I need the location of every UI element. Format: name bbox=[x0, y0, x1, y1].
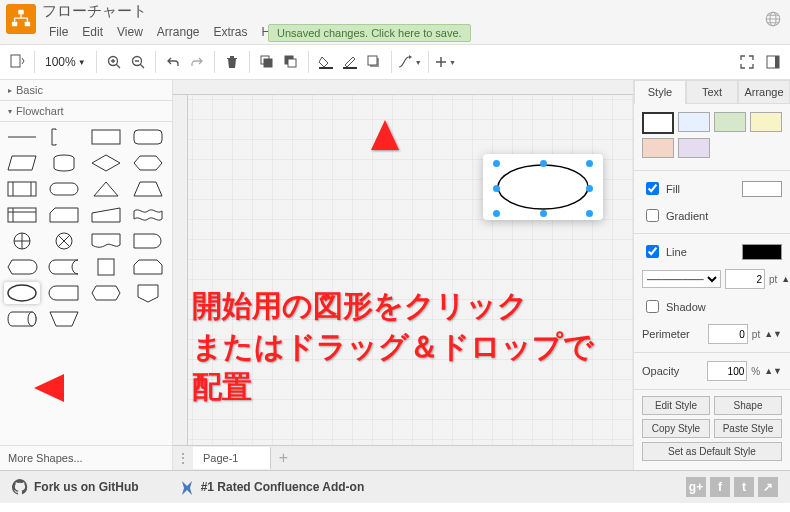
swatch[interactable] bbox=[678, 112, 710, 132]
zoom-value[interactable]: 100% bbox=[45, 55, 76, 69]
shape-ellipse[interactable] bbox=[4, 282, 40, 304]
fill-color[interactable] bbox=[742, 181, 782, 197]
resize-handle[interactable] bbox=[493, 160, 500, 167]
gradient-checkbox[interactable] bbox=[646, 209, 659, 222]
shadow-checkbox[interactable] bbox=[646, 300, 659, 313]
twitter-icon[interactable]: t bbox=[734, 477, 754, 497]
shape-loop-limit[interactable] bbox=[130, 256, 166, 278]
shape-manual-input[interactable] bbox=[88, 204, 124, 226]
app-logo[interactable] bbox=[6, 4, 36, 34]
resize-handle[interactable] bbox=[493, 185, 500, 192]
resize-handle[interactable] bbox=[586, 185, 593, 192]
shape-or[interactable] bbox=[4, 230, 40, 252]
github-link[interactable]: Fork us on GitHub bbox=[12, 479, 139, 495]
document-title[interactable]: フローチャート bbox=[42, 2, 293, 21]
tab-arrange[interactable]: Arrange bbox=[738, 80, 790, 104]
menu-view[interactable]: View bbox=[110, 23, 150, 41]
shape-rect[interactable] bbox=[88, 126, 124, 148]
share-icon[interactable]: ↗ bbox=[758, 477, 778, 497]
swatch[interactable] bbox=[714, 112, 746, 132]
shape-triangle[interactable] bbox=[88, 178, 124, 200]
shadow-button[interactable] bbox=[363, 50, 385, 74]
shape-display[interactable] bbox=[4, 256, 40, 278]
fill-checkbox[interactable] bbox=[646, 182, 659, 195]
delete-button[interactable] bbox=[221, 50, 243, 74]
resize-handle[interactable] bbox=[540, 210, 547, 217]
tab-style[interactable]: Style bbox=[634, 80, 686, 104]
shape-cylinder[interactable] bbox=[46, 152, 82, 174]
googleplus-icon[interactable]: g+ bbox=[686, 477, 706, 497]
resize-handle[interactable] bbox=[493, 210, 500, 217]
shape-square[interactable] bbox=[88, 256, 124, 278]
undo-button[interactable] bbox=[162, 50, 184, 74]
paste-style-button[interactable]: Paste Style bbox=[714, 419, 782, 438]
zoom-out-button[interactable] bbox=[127, 50, 149, 74]
swatch[interactable] bbox=[750, 112, 782, 132]
menu-edit[interactable]: Edit bbox=[75, 23, 110, 41]
add-page-button[interactable]: + bbox=[271, 449, 295, 467]
resize-handle[interactable] bbox=[540, 160, 547, 167]
shape-terminator[interactable] bbox=[46, 282, 82, 304]
to-back-button[interactable] bbox=[280, 50, 302, 74]
line-color[interactable] bbox=[742, 244, 782, 260]
edit-shape-button[interactable]: Shape bbox=[714, 396, 782, 415]
connection-button[interactable]: ▼ bbox=[398, 50, 422, 74]
format-panel-button[interactable] bbox=[762, 50, 784, 74]
confluence-link[interactable]: #1 Rated Confluence Add-on bbox=[179, 479, 365, 495]
default-style-button[interactable]: Set as Default Style bbox=[642, 442, 782, 461]
shape-sum[interactable] bbox=[46, 230, 82, 252]
redo-button[interactable] bbox=[186, 50, 208, 74]
opacity-input[interactable] bbox=[707, 361, 747, 381]
shape-preparation[interactable] bbox=[88, 282, 124, 304]
shape-offpage[interactable] bbox=[130, 282, 166, 304]
shape-parallelogram[interactable] bbox=[4, 152, 40, 174]
palette-flowchart[interactable]: ▾Flowchart bbox=[0, 101, 172, 122]
zoom-dropdown-icon[interactable]: ▼ bbox=[78, 58, 86, 67]
shape-trapezoid[interactable] bbox=[130, 178, 166, 200]
menu-arrange[interactable]: Arrange bbox=[150, 23, 207, 41]
swatch[interactable] bbox=[642, 112, 674, 134]
shape-capsule[interactable] bbox=[46, 178, 82, 200]
fill-color-button[interactable] bbox=[315, 50, 337, 74]
add-button[interactable]: ▼ bbox=[435, 50, 457, 74]
shape-internal-storage[interactable] bbox=[4, 204, 40, 226]
shape-delay[interactable] bbox=[130, 230, 166, 252]
line-color-button[interactable] bbox=[339, 50, 361, 74]
zoom-in-button[interactable] bbox=[103, 50, 125, 74]
perimeter-input[interactable] bbox=[708, 324, 748, 344]
shape-direct-data[interactable] bbox=[4, 308, 40, 330]
line-width-input[interactable] bbox=[725, 269, 765, 289]
page-list-icon[interactable]: ⋮ bbox=[173, 451, 193, 465]
page-tab[interactable]: Page-1 bbox=[193, 447, 271, 469]
fullscreen-button[interactable] bbox=[736, 50, 758, 74]
palette-basic[interactable]: ▸Basic bbox=[0, 80, 172, 101]
shape-roundrect[interactable] bbox=[130, 126, 166, 148]
shape-line[interactable] bbox=[4, 126, 40, 148]
canvas[interactable]: ⋮ Page-1 + bbox=[173, 80, 633, 470]
edit-style-button[interactable]: Edit Style bbox=[642, 396, 710, 415]
menu-extras[interactable]: Extras bbox=[207, 23, 255, 41]
save-message[interactable]: Unsaved changes. Click here to save. bbox=[268, 24, 471, 42]
line-style-select[interactable]: ──────── bbox=[642, 270, 721, 288]
swatch[interactable] bbox=[642, 138, 674, 158]
line-checkbox[interactable] bbox=[646, 245, 659, 258]
language-icon[interactable] bbox=[764, 10, 782, 28]
page-setup-button[interactable] bbox=[6, 50, 28, 74]
shape-card[interactable] bbox=[46, 204, 82, 226]
facebook-icon[interactable]: f bbox=[710, 477, 730, 497]
more-shapes-button[interactable]: More Shapes... bbox=[0, 445, 172, 470]
resize-handle[interactable] bbox=[586, 160, 593, 167]
shape-tape[interactable] bbox=[130, 204, 166, 226]
swatch[interactable] bbox=[678, 138, 710, 158]
shape-stored-data[interactable] bbox=[46, 256, 82, 278]
tab-text[interactable]: Text bbox=[686, 80, 738, 104]
to-front-button[interactable] bbox=[256, 50, 278, 74]
shape-manual-op[interactable] bbox=[46, 308, 82, 330]
shape-document[interactable] bbox=[88, 230, 124, 252]
shape-subprocess[interactable] bbox=[4, 178, 40, 200]
shape-diamond[interactable] bbox=[88, 152, 124, 174]
resize-handle[interactable] bbox=[586, 210, 593, 217]
copy-style-button[interactable]: Copy Style bbox=[642, 419, 710, 438]
shape-bracket[interactable] bbox=[46, 126, 82, 148]
shape-hexagon[interactable] bbox=[130, 152, 166, 174]
